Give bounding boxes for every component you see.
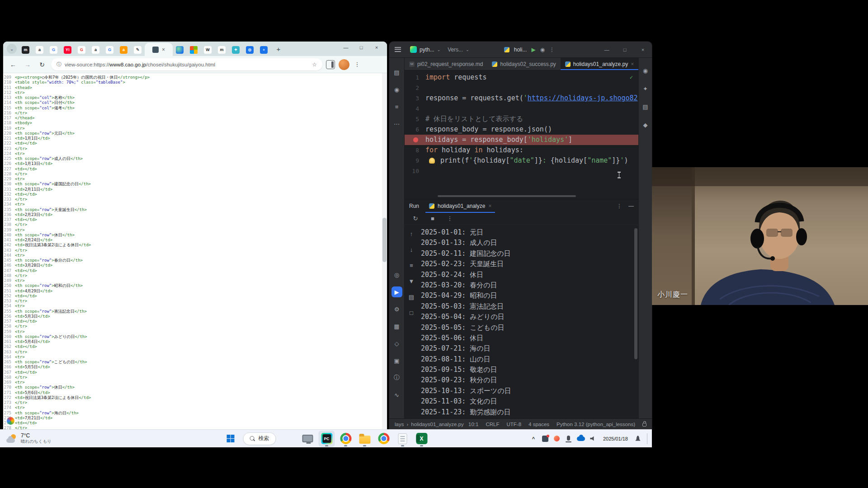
notifications-icon[interactable]: ◉ — [640, 65, 651, 76]
url-text[interactable]: view-source:https://www8.cao.go.jp/chose… — [65, 62, 309, 67]
print-icon[interactable]: ▤ — [406, 291, 417, 302]
stop-icon[interactable]: ■ — [427, 213, 438, 224]
chrome-menu-icon[interactable]: ⋮ — [353, 61, 361, 68]
tray-security[interactable] — [542, 436, 549, 442]
pinned-tab-m[interactable]: m — [19, 43, 33, 56]
python-interpreter[interactable]: Python 3.12 (python_api_lessons) — [557, 422, 635, 427]
panel-options-icon[interactable]: ⋮ — [617, 203, 622, 209]
close-button[interactable]: × — [634, 42, 652, 57]
page-action-icon[interactable] — [7, 417, 14, 425]
pinned-tab-compass[interactable]: ✦ — [229, 43, 243, 56]
lock-icon[interactable] — [642, 423, 646, 427]
maximize-button[interactable]: □ — [616, 42, 634, 57]
soft-wrap-icon[interactable]: ≡ — [406, 260, 417, 271]
more-actions-icon[interactable]: ⋮ — [549, 47, 555, 53]
down-stack-icon[interactable]: ↓ — [406, 244, 417, 255]
breadcrumb-root[interactable]: lays — [395, 422, 404, 427]
caret-position[interactable]: 10:1 — [468, 422, 478, 427]
back-button[interactable]: ← — [8, 59, 19, 70]
services-icon[interactable]: ▦ — [392, 321, 402, 332]
pinned-tab-amazon[interactable]: a — [33, 43, 47, 56]
run-panel-title[interactable]: Run — [409, 203, 419, 209]
vcs-widget[interactable]: Vers... ⌄ — [444, 44, 473, 55]
tab-close-icon[interactable]: × — [162, 47, 165, 52]
rerun-icon[interactable]: ↻ — [410, 213, 421, 224]
notification-bell[interactable] — [634, 436, 642, 441]
tray-microphone[interactable] — [565, 436, 572, 442]
browser-scrollbar[interactable] — [382, 73, 387, 429]
tray-onedrive[interactable] — [577, 436, 585, 441]
maximize-button[interactable]: □ — [354, 42, 369, 53]
structure-icon[interactable]: ≡ — [392, 101, 402, 112]
project-icon[interactable]: ▤ — [392, 67, 402, 78]
terminal-icon[interactable]: ▣ — [392, 355, 402, 366]
view-source-content[interactable]: 209<p><strong>○令和7年（2025年）の国民の祝日・休日</str… — [3, 73, 382, 429]
pinned-tab-google[interactable]: G — [47, 43, 61, 56]
editor-tab[interactable]: holidays01_analyze.py× — [561, 58, 638, 70]
ai-assistant-icon[interactable]: ✦ — [640, 83, 651, 94]
pycharm-app[interactable]: PC — [319, 431, 335, 447]
tray-volume[interactable] — [590, 436, 597, 441]
pinned-tab-amazon-orange[interactable]: a — [117, 43, 131, 56]
meeting-app[interactable] — [281, 431, 297, 447]
page-info-icon[interactable]: ⓘ — [57, 61, 61, 68]
pinned-tab-yahoo-japan[interactable]: Y! — [61, 43, 75, 56]
scroll-end-icon[interactable]: ▼ — [406, 276, 417, 286]
profile-avatar[interactable] — [339, 59, 349, 70]
console-output[interactable]: 2025-01-01: 元日2025-01-13: 成人の日2025-02-11… — [418, 225, 638, 418]
taskbar-clock[interactable]: 2025/01/18 — [601, 436, 630, 441]
project-widget[interactable]: pyth... ⌄ — [406, 44, 444, 55]
pinned-tab-g-red[interactable]: G — [75, 43, 89, 56]
database-icon[interactable]: ▤ — [640, 101, 651, 112]
search-icon[interactable]: ◎ — [392, 269, 402, 280]
version-control-icon[interactable]: ∿ — [392, 389, 402, 400]
minimize-button[interactable]: — — [338, 42, 354, 53]
reload-button[interactable]: ↻ — [37, 59, 47, 70]
inspection-ok-icon[interactable]: ✓ — [630, 74, 633, 80]
packages-icon[interactable]: ◇ — [392, 338, 402, 349]
more-tools-icon[interactable]: ⋯ — [392, 118, 402, 129]
tab-close-icon[interactable]: × — [631, 61, 634, 67]
breakpoint-icon[interactable] — [413, 137, 418, 142]
notepad-app[interactable] — [395, 431, 411, 447]
chrome-app[interactable] — [338, 431, 354, 447]
chrome-profile-2-app[interactable] — [376, 431, 392, 447]
console-tab[interactable]: holidays01_analyze × — [425, 199, 495, 213]
line-separator[interactable]: CRLF — [486, 422, 499, 427]
run-configuration-name[interactable]: holi... — [514, 47, 527, 53]
minimize-button[interactable]: — — [598, 42, 616, 57]
taskbar-search[interactable]: 検索 — [243, 432, 276, 445]
editor-tab[interactable]: Mpi02_request_response.md — [405, 58, 487, 70]
panel-hide-icon[interactable]: — — [628, 203, 634, 209]
pinned-tab-amazon-2[interactable]: a — [89, 43, 103, 56]
problems-icon[interactable]: ⓘ — [392, 372, 402, 383]
weather-widget[interactable]: 7°C 晴れのちくもり — [0, 430, 58, 447]
close-button[interactable]: × — [369, 42, 384, 53]
active-tab[interactable]: × — [145, 43, 173, 56]
indent-style[interactable]: 4 spaces — [528, 422, 549, 427]
display-app[interactable] — [300, 431, 316, 447]
new-tab-button[interactable]: + — [273, 43, 284, 55]
intention-bulb-icon[interactable] — [429, 158, 435, 164]
up-stack-icon[interactable]: ↑ — [406, 228, 417, 239]
editor-horizontal-scrollbar[interactable] — [438, 195, 576, 197]
pinned-tab-editor[interactable]: ✎ — [131, 43, 145, 56]
tray-color-app[interactable] — [553, 436, 561, 441]
console-tab-close-icon[interactable]: × — [488, 203, 491, 209]
forward-button[interactable]: → — [22, 59, 33, 70]
breadcrumb-file[interactable]: holidays01_analyze.py — [411, 422, 463, 427]
console-options-icon[interactable]: ⋮ — [444, 213, 455, 224]
side-panel-icon[interactable] — [326, 60, 335, 69]
address-bar[interactable]: ⓘ view-source:https://www8.cao.go.jp/cho… — [51, 58, 322, 70]
run-tool-icon[interactable]: ▶ — [392, 286, 402, 297]
run-button[interactable]: ▶ — [531, 47, 535, 53]
pinned-tab-google-2[interactable]: G — [103, 43, 117, 56]
file-encoding[interactable]: UTF-8 — [506, 422, 521, 427]
editor-tab[interactable]: holidays02_success.py — [487, 58, 560, 70]
debug-button[interactable]: ◉ — [540, 47, 545, 53]
start-button[interactable] — [222, 431, 239, 447]
plugins-icon[interactable]: ◆ — [640, 119, 651, 130]
bookmark-star-icon[interactable]: ☆ — [312, 61, 317, 68]
clear-all-icon[interactable]: □ — [406, 307, 417, 318]
show-desktop-button[interactable] — [647, 433, 648, 444]
